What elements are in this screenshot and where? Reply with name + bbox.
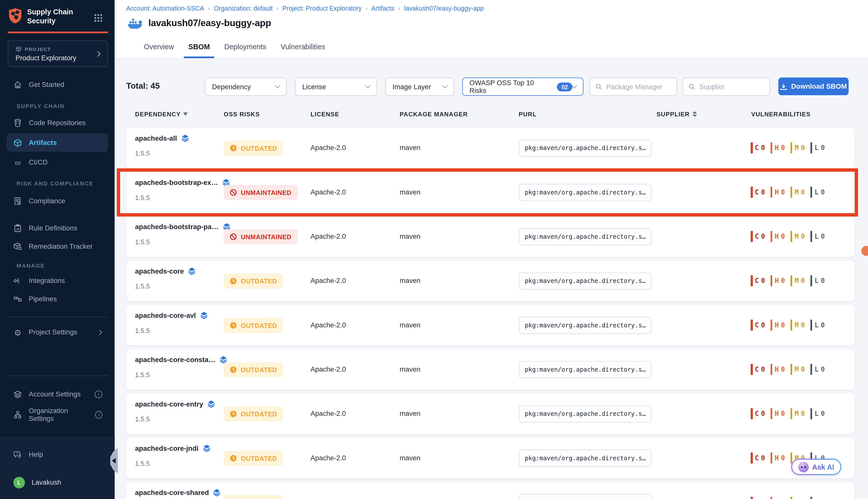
license-filter-label: License xyxy=(302,83,326,91)
tab-overview[interactable]: Overview xyxy=(139,36,178,58)
sidebar-item-organization-settings[interactable]: Organization Settings i xyxy=(7,406,108,423)
image-layer-filter-select[interactable]: Image Layer xyxy=(385,78,454,96)
license-cell: Apache-2.0 xyxy=(311,144,346,152)
vuln-count-critical: C0 xyxy=(751,497,765,499)
license-filter-select[interactable]: License xyxy=(295,78,377,96)
layers-icon xyxy=(207,400,215,408)
purl-chip[interactable]: pkg:maven/org.apache.directory.s… xyxy=(519,450,652,467)
download-sbom-button[interactable]: Download SBOM xyxy=(778,78,849,96)
sidebar-item-artifacts[interactable]: Artifacts xyxy=(7,133,108,152)
sidebar-item-remediation-tracker[interactable]: Remediation Tracker xyxy=(7,238,108,255)
table-row[interactable]: apacheds-core-entry 1.5.5 OUTDATED Apach… xyxy=(126,394,855,434)
artifacts-cube-icon xyxy=(13,138,22,147)
column-header-purl: PURL xyxy=(519,111,536,117)
package-manager-cell: maven xyxy=(400,410,420,417)
vuln-count-low: L0 xyxy=(810,231,825,242)
column-header-dependency[interactable]: DEPENDENCY xyxy=(135,111,188,117)
sidebar-item-compliance[interactable]: Compliance xyxy=(7,193,108,209)
breadcrumb-artifact-name[interactable]: lavakush07/easy-buggy-app xyxy=(404,5,484,12)
oss-risk-badge: UNMAINTAINED xyxy=(224,185,297,200)
dependency-name[interactable]: apacheds-core-consta… xyxy=(135,356,215,364)
table-row[interactable]: apacheds-core-shared 1.5.5 OUTDATED Apac… xyxy=(126,483,855,499)
sbom-table-body: apacheds-all 1.5.5 OUTDATED Apache-2.0 m… xyxy=(126,128,855,499)
vuln-count-medium: M0 xyxy=(790,142,805,153)
table-row[interactable]: apacheds-all 1.5.5 OUTDATED Apache-2.0 m… xyxy=(126,128,855,168)
ask-ai-button[interactable]: Ask AI xyxy=(791,459,842,475)
dependency-name[interactable]: apacheds-core-shared xyxy=(135,489,209,497)
dependency-filter-select[interactable]: Dependency xyxy=(205,78,287,96)
breadcrumb-separator: › xyxy=(365,5,368,12)
purl-chip[interactable]: pkg:maven/org.apache.directory.s… xyxy=(519,139,652,157)
supplier-search-input[interactable] xyxy=(699,83,764,91)
dependency-version: 1.5.5 xyxy=(135,460,150,467)
sidebar-item-project-settings[interactable]: ⚙ Project Settings xyxy=(7,324,108,340)
vuln-count-low: L0 xyxy=(810,497,825,499)
page-header: Account: Automation-SSCA› Organization: … xyxy=(114,0,868,36)
package-manager-cell: maven xyxy=(400,366,420,373)
section-heading-supply-chain: SUPPLY CHAIN xyxy=(16,103,64,109)
dependency-name[interactable]: apacheds-all xyxy=(135,134,177,142)
vuln-count-high: H0 xyxy=(771,320,785,331)
package-manager-cell: maven xyxy=(400,233,420,241)
package-manager-cell: maven xyxy=(400,277,420,285)
tab-deployments[interactable]: Deployments xyxy=(220,36,271,58)
tab-sbom[interactable]: SBOM xyxy=(184,36,214,58)
breadcrumb-separator: › xyxy=(398,5,400,12)
sidebar-item-integrations[interactable]: Integrations xyxy=(7,272,108,289)
supplier-search xyxy=(683,78,770,96)
oss-risk-badge: OUTDATED xyxy=(224,318,283,333)
breadcrumb-organization[interactable]: Organization: default xyxy=(214,5,273,12)
dependency-name[interactable]: apacheds-core-jndi xyxy=(135,445,199,452)
sort-both-icon xyxy=(692,111,697,117)
sidebar-item-code-repositories[interactable]: Code Repositories xyxy=(7,114,108,131)
breadcrumb-account[interactable]: Account: Automation-SSCA xyxy=(126,5,204,12)
project-selector[interactable]: PROJECT Product Exploratory xyxy=(8,40,108,67)
banned-icon xyxy=(230,233,237,241)
dependency-version: 1.5.5 xyxy=(135,194,150,202)
purl-chip[interactable]: pkg:maven/org.apache.directory.s… xyxy=(519,361,652,378)
package-manager-search-input[interactable] xyxy=(606,83,671,91)
owasp-filter-label: OWASP OSS Top 10 Risks xyxy=(469,79,553,95)
dependency-version: 1.5.5 xyxy=(135,371,150,379)
sidebar-item-cicd[interactable]: ∞ CI/CD xyxy=(7,154,108,171)
dependency-version: 1.5.5 xyxy=(135,238,150,246)
table-row[interactable]: apacheds-bootstrap-ex… 1.5.5 UNMAINTAINE… xyxy=(126,172,855,212)
gear-icon: ⚙ xyxy=(13,328,22,337)
table-row[interactable]: apacheds-core-jndi 1.5.5 OUTDATED Apache… xyxy=(126,438,855,478)
dependency-name[interactable]: apacheds-bootstrap-pa… xyxy=(135,223,219,231)
column-header-supplier[interactable]: SUPPLIER xyxy=(657,111,697,117)
sidebar-item-account-settings[interactable]: Account Settings i xyxy=(7,386,108,402)
purl-chip[interactable]: pkg:maven/org.apache.directory.s… xyxy=(519,272,652,290)
dependency-name[interactable]: apacheds-core-entry xyxy=(135,400,203,408)
purl-chip[interactable]: pkg:maven/org.apache.directory.s… xyxy=(519,405,652,422)
owasp-risks-filter-select[interactable]: OWASP OSS Top 10 Risks 02 xyxy=(462,78,583,96)
purl-chip[interactable]: pkg:maven/org.apache.directory.s… xyxy=(519,228,652,245)
app-grid-icon[interactable] xyxy=(94,14,102,22)
app-window: Account: Automation-SSCA› Organization: … xyxy=(0,0,868,499)
dependency-name[interactable]: apacheds-core xyxy=(135,267,184,275)
purl-chip[interactable]: pkg:maven/org.apache.directory.s… xyxy=(519,494,652,499)
tab-vulnerabilities[interactable]: Vulnerabilities xyxy=(276,36,330,58)
chevron-down-icon xyxy=(442,83,448,88)
sidebar-divider xyxy=(7,375,108,376)
sidebar-item-rule-definitions[interactable]: Rule Definitions xyxy=(7,220,108,236)
sidebar-item-help[interactable]: ? Help xyxy=(7,447,108,463)
table-row[interactable]: apacheds-core-consta… 1.5.5 OUTDATED Apa… xyxy=(126,350,855,390)
sidebar-item-pipelines[interactable]: Pipelines xyxy=(7,291,108,307)
purl-chip[interactable]: pkg:maven/org.apache.directory.s… xyxy=(519,317,652,334)
vuln-count-critical: C0 xyxy=(751,275,765,286)
app-title: Supply Chain Security xyxy=(27,8,85,26)
dependency-name[interactable]: apacheds-bootstrap-ex… xyxy=(135,179,218,186)
clock-icon xyxy=(230,410,237,417)
clock-icon xyxy=(230,455,237,462)
sidebar-item-get-started[interactable]: Get Started xyxy=(7,76,108,93)
dependency-name[interactable]: apacheds-core-avl xyxy=(135,312,196,319)
breadcrumb-project[interactable]: Project: Product Exploratory xyxy=(282,5,362,12)
table-row[interactable]: apacheds-core 1.5.5 OUTDATED Apache-2.0 … xyxy=(126,261,855,301)
table-row[interactable]: apacheds-core-avl 1.5.5 OUTDATED Apache-… xyxy=(126,305,855,345)
table-row[interactable]: apacheds-bootstrap-pa… 1.5.5 UNMAINTAINE… xyxy=(126,217,855,257)
user-menu[interactable]: L Lavakush xyxy=(7,474,108,491)
purl-chip[interactable]: pkg:maven/org.apache.directory.s… xyxy=(519,184,652,201)
breadcrumb-artifacts[interactable]: Artifacts xyxy=(371,5,395,12)
vulnerability-counts: C0H0M0L0 xyxy=(751,320,825,331)
